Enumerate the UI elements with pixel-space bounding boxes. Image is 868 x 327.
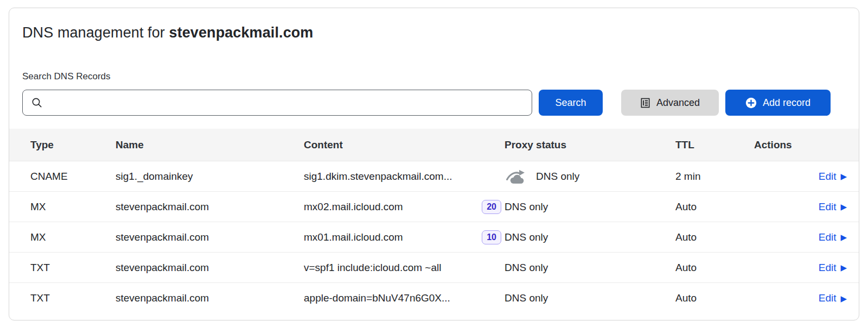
search-input-wrap: [22, 90, 532, 116]
priority-badge: 10: [482, 230, 501, 244]
record-name: sig1._domainkey: [116, 171, 304, 183]
page-title-prefix: DNS management for: [22, 24, 169, 41]
cloud-arrow-icon: [505, 168, 527, 185]
column-header-actions: Actions: [754, 139, 859, 151]
dns-management-card: DNS management for stevenpackmail.com Se…: [9, 8, 859, 320]
right-triangle-icon: ▶: [840, 203, 847, 211]
domain-name: stevenpackmail.com: [169, 24, 314, 41]
right-triangle-icon: ▶: [840, 233, 847, 241]
edit-link[interactable]: Edit▶: [819, 262, 847, 274]
right-triangle-icon: ▶: [840, 294, 847, 303]
edit-link-label: Edit: [819, 262, 837, 274]
column-header-ttl: TTL: [675, 139, 754, 151]
table-row: MX stevenpackmail.com mx02.mail.icloud.c…: [9, 192, 859, 222]
search-button[interactable]: Search: [539, 90, 603, 116]
record-content: v=spf1 include:icloud.com ~all: [304, 262, 441, 274]
right-triangle-icon: ▶: [840, 263, 847, 272]
record-name: stevenpackmail.com: [116, 231, 304, 243]
column-header-content: Content: [304, 139, 505, 151]
proxy-status-text: DNS only: [536, 171, 579, 183]
page-title: DNS management for stevenpackmail.com: [9, 24, 859, 41]
record-type: MX: [9, 231, 116, 243]
add-record-button[interactable]: Add record: [725, 90, 831, 116]
record-type: CNAME: [9, 171, 116, 183]
proxy-status-text: DNS only: [505, 292, 548, 304]
record-content: mx02.mail.icloud.com: [304, 201, 403, 213]
record-name: stevenpackmail.com: [116, 201, 304, 213]
proxy-status-text: DNS only: [505, 201, 548, 213]
search-button-label: Search: [555, 97, 586, 109]
column-header-name: Name: [116, 139, 304, 151]
advanced-button-label: Advanced: [656, 97, 700, 109]
record-ttl: Auto: [675, 231, 754, 243]
edit-link-label: Edit: [819, 171, 837, 183]
record-ttl: 2 min: [675, 171, 754, 183]
proxy-status-text: DNS only: [505, 262, 548, 274]
record-type: TXT: [9, 262, 116, 274]
plus-circle-icon: [745, 97, 757, 109]
record-ttl: Auto: [675, 262, 754, 274]
search-label: Search DNS Records: [9, 71, 859, 82]
edit-link[interactable]: Edit▶: [819, 292, 847, 304]
column-header-proxy-status: Proxy status: [505, 139, 675, 151]
edit-link[interactable]: Edit▶: [819, 171, 847, 183]
search-input[interactable]: [22, 90, 532, 116]
dns-records-table: Type Name Content Proxy status TTL Actio…: [9, 129, 859, 313]
record-content: apple-domain=bNuV47n6G0X...: [304, 292, 450, 304]
right-triangle-icon: ▶: [840, 172, 847, 180]
edit-link-label: Edit: [819, 201, 837, 213]
column-header-type: Type: [9, 139, 116, 151]
record-name: stevenpackmail.com: [116, 292, 304, 304]
table-header-row: Type Name Content Proxy status TTL Actio…: [9, 129, 859, 161]
edit-link[interactable]: Edit▶: [819, 231, 847, 243]
record-type: TXT: [9, 292, 116, 304]
record-ttl: Auto: [675, 292, 754, 304]
edit-link-label: Edit: [819, 231, 837, 243]
proxy-status-text: DNS only: [505, 231, 548, 243]
record-ttl: Auto: [675, 201, 754, 213]
add-record-button-label: Add record: [763, 97, 810, 109]
priority-badge: 20: [482, 200, 501, 214]
record-content: mx01.mail.icloud.com: [304, 231, 403, 243]
advanced-button[interactable]: Advanced: [621, 90, 719, 116]
table-row: MX stevenpackmail.com mx01.mail.icloud.c…: [9, 222, 859, 253]
table-row: TXT stevenpackmail.com apple-domain=bNuV…: [9, 283, 859, 313]
edit-link[interactable]: Edit▶: [819, 201, 847, 213]
record-name: stevenpackmail.com: [116, 262, 304, 274]
edit-link-label: Edit: [819, 292, 837, 304]
record-type: MX: [9, 201, 116, 213]
record-content: sig1.dkim.stevenpackmail.com...: [304, 171, 452, 183]
search-toolbar: Search Advanced Add record: [9, 90, 859, 116]
list-document-icon: [640, 98, 650, 108]
table-row: TXT stevenpackmail.com v=spf1 include:ic…: [9, 253, 859, 283]
table-row: CNAME sig1._domainkey sig1.dkim.stevenpa…: [9, 161, 859, 192]
